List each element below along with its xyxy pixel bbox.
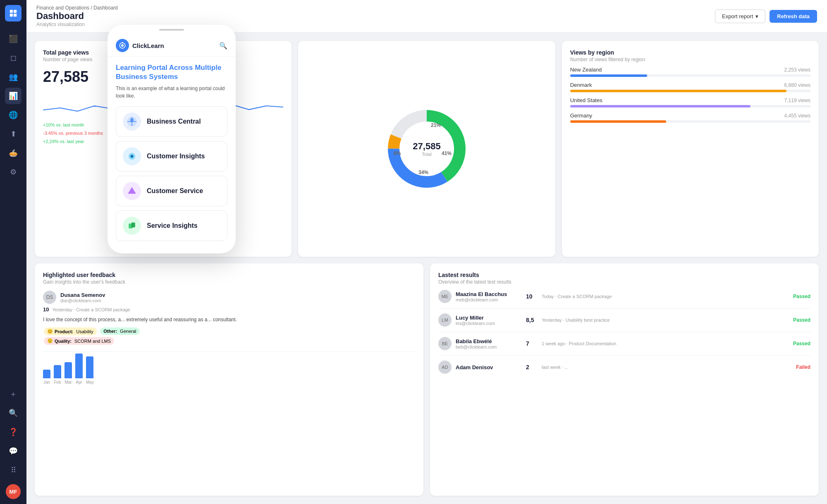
svg-point-8 bbox=[121, 44, 124, 47]
result-name: Lucy Miller bbox=[456, 315, 522, 321]
sidebar-item-search[interactable]: 🔍 bbox=[5, 405, 22, 421]
bar bbox=[65, 362, 72, 378]
region-bar bbox=[570, 105, 751, 107]
region-item: Denmark 6,880 views bbox=[570, 82, 810, 92]
bar-column: Apr bbox=[75, 354, 83, 385]
result-status: Passed bbox=[793, 294, 810, 299]
phone-headline: Learning Portal Across Multiple Business… bbox=[116, 63, 227, 81]
result-email: beb@clicklearn.com bbox=[456, 344, 522, 349]
result-name: Adam Denisov bbox=[456, 364, 522, 370]
donut-chart: 27,585 Total 21% 41% 34% 6% bbox=[385, 107, 468, 190]
region-item: New Zealand 2,253 views bbox=[570, 67, 810, 77]
sidebar-item-settings[interactable]: ⚙ bbox=[5, 164, 22, 180]
phone-menu-item-bc[interactable]: Business Central bbox=[116, 106, 227, 137]
phone-menu-item-cs[interactable]: Customer Service bbox=[116, 176, 227, 206]
bar-column: May bbox=[86, 356, 94, 385]
bottom-row: Highlighted user feedback Gain insights … bbox=[35, 263, 819, 496]
bar bbox=[75, 354, 83, 378]
sidebar-logo[interactable] bbox=[5, 5, 22, 21]
sidebar-item-chart[interactable]: 📊 bbox=[5, 88, 22, 104]
refresh-data-button[interactable]: Refresh data bbox=[770, 10, 817, 23]
stat1: +10% vs. last month bbox=[43, 122, 84, 127]
result-meta: 1 week ago · Product Documentation bbox=[542, 341, 789, 346]
svg-point-18 bbox=[131, 155, 133, 157]
result-score: 7 bbox=[526, 340, 529, 347]
bar-month-label: Jan bbox=[43, 380, 50, 385]
result-score: 2 bbox=[526, 364, 529, 370]
phone-menu-item-si[interactable]: Service Insights bbox=[116, 210, 227, 241]
region-bar bbox=[570, 90, 786, 92]
result-row: ME Maazina El Bacchus meb@clicklearn.com… bbox=[438, 285, 810, 308]
result-meta: last week · ... bbox=[542, 365, 792, 370]
donut-label: Total bbox=[413, 152, 440, 157]
result-name: Babila Ebwélé bbox=[456, 338, 522, 344]
phone-overlay: ClickLearn 🔍 Learning Portal Across Mult… bbox=[108, 25, 236, 253]
result-row: LM Lucy Miller lmi@clicklearn.com 8,5 Ye… bbox=[438, 308, 810, 332]
phone-menu-icon-si bbox=[123, 217, 141, 235]
svg-marker-19 bbox=[128, 187, 136, 193]
topbar-left: Finance and Operations / Dashboard Dashb… bbox=[36, 5, 118, 27]
bar-month-label: Apr bbox=[76, 380, 82, 385]
sidebar: ⬛ ◻ 👥 📊 🌐 ⬆ 🥧 ⚙ ＋ 🔍 ❓ 💬 ⠿ MF bbox=[0, 0, 26, 504]
phone-menu-label: Business Central bbox=[147, 118, 201, 125]
export-report-button[interactable]: Export report ▾ bbox=[715, 10, 765, 23]
feedback-score: 10 bbox=[43, 306, 49, 313]
result-avatar: LM bbox=[438, 313, 452, 327]
region-views: 4,455 views bbox=[784, 113, 810, 119]
feedback-user: DS Dusana Semenov dse@clicklearn.com bbox=[43, 291, 415, 304]
svg-rect-1 bbox=[14, 10, 17, 13]
phone-header: ClickLearn 🔍 bbox=[108, 35, 236, 57]
sidebar-item-upload[interactable]: ⬆ bbox=[5, 126, 22, 142]
region-title: Views by region bbox=[570, 49, 810, 56]
donut-center: 27,585 Total bbox=[413, 141, 440, 157]
topbar-right: Export report ▾ Refresh data bbox=[715, 10, 817, 23]
result-status: Passed bbox=[793, 341, 810, 346]
sidebar-item-globe[interactable]: 🌐 bbox=[5, 107, 22, 123]
feedback-tags: 😊 Product: Usability Other: General 😟 Qu… bbox=[43, 327, 415, 346]
phone-menu-icon-bc bbox=[123, 112, 141, 131]
phone-logo-circle bbox=[116, 39, 129, 52]
sidebar-item-users[interactable]: 👥 bbox=[5, 69, 22, 85]
phone-menu-icon-ci bbox=[123, 147, 141, 165]
region-subtitle: Number of views filtered by region bbox=[570, 57, 810, 62]
feedback-user-email: dse@clicklearn.com bbox=[60, 298, 105, 303]
tag-quality: 😟 Quality: SCORM and LMS bbox=[44, 337, 114, 345]
phone-menu-icon-cs bbox=[123, 182, 141, 200]
phone-notch bbox=[108, 25, 236, 35]
feedback-user-name: Dusana Semenov bbox=[60, 292, 105, 298]
sidebar-item-layers[interactable]: ⬛ bbox=[5, 31, 22, 47]
region-bar bbox=[570, 74, 647, 77]
pct-label-green: 41% bbox=[442, 150, 452, 156]
region-bar-wrap bbox=[570, 74, 810, 77]
phone-menu-label: Customer Service bbox=[147, 187, 203, 195]
sidebar-item-plus[interactable]: ＋ bbox=[5, 386, 22, 402]
results-title: Lastest results bbox=[438, 272, 810, 278]
sidebar-item-chat[interactable]: 💬 bbox=[5, 443, 22, 459]
feedback-card: Highlighted user feedback Gain insights … bbox=[35, 263, 423, 496]
donut-chart-card: 27,585 Total 21% 41% 34% 6% bbox=[298, 41, 555, 257]
sidebar-avatar[interactable]: MF bbox=[6, 484, 21, 499]
views-by-region-card: Views by region Number of views filtered… bbox=[562, 41, 819, 257]
region-name: Denmark bbox=[570, 82, 592, 88]
sidebar-item-help[interactable]: ❓ bbox=[5, 424, 22, 440]
phone-notch-bar bbox=[159, 29, 184, 31]
breadcrumb: Finance and Operations / Dashboard bbox=[36, 5, 118, 11]
phone-menu-item-ci[interactable]: Customer Insights bbox=[116, 141, 227, 172]
sidebar-item-apps[interactable]: ⠿ bbox=[5, 462, 22, 478]
page-title: Dashboard bbox=[36, 11, 118, 21]
phone-search-icon[interactable]: 🔍 bbox=[219, 42, 227, 50]
result-avatar: AD bbox=[438, 361, 452, 374]
pct-label-orange: 6% bbox=[394, 150, 401, 156]
svg-rect-3 bbox=[14, 14, 17, 17]
sidebar-item-pie[interactable]: 🥧 bbox=[5, 145, 22, 161]
region-views: 2,253 views bbox=[784, 67, 810, 73]
results-subtitle: Overview of the latest test results bbox=[438, 279, 810, 285]
phone-body: Learning Portal Across Multiple Business… bbox=[108, 57, 236, 241]
tag-product: 😊 Product: Usability bbox=[44, 327, 97, 335]
region-views: 7,119 views bbox=[784, 98, 810, 103]
phone-brand: ClickLearn bbox=[132, 42, 164, 49]
svg-rect-2 bbox=[10, 14, 13, 17]
result-score: 8,5 bbox=[526, 317, 534, 323]
sidebar-item-cube[interactable]: ◻ bbox=[5, 50, 22, 66]
donut-value: 27,585 bbox=[413, 141, 440, 152]
